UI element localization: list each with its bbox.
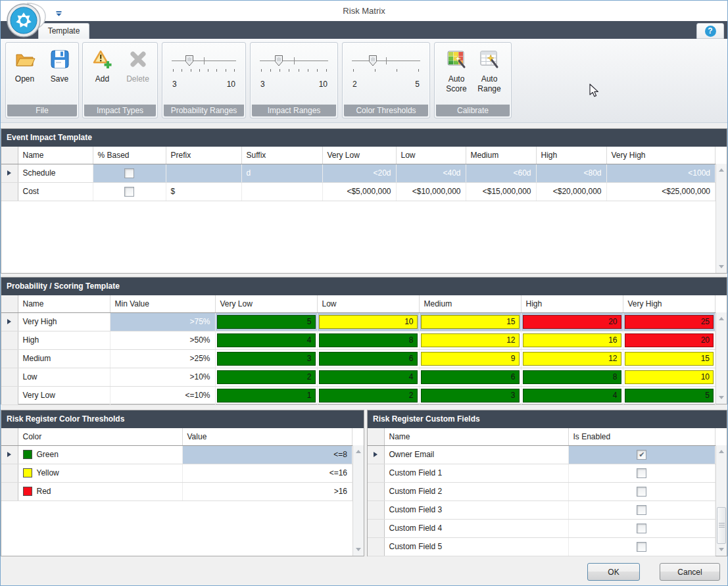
cell-score[interactable]: 2 — [215, 368, 317, 386]
column-header-very-high[interactable]: Very High — [623, 295, 716, 312]
cell-score[interactable]: 12 — [521, 349, 623, 368]
help-button[interactable]: ? — [696, 23, 724, 39]
column-header-color[interactable]: Color — [18, 428, 182, 445]
cell-name[interactable]: Custom Field 2 — [384, 482, 568, 501]
column-header-very-high[interactable]: Very High — [606, 147, 716, 164]
cell-score[interactable]: 6 — [317, 349, 419, 368]
column-header-value[interactable]: Value — [182, 428, 352, 445]
impact-ranges-slider[interactable] — [260, 53, 328, 77]
quick-access-toolbar-dropdown[interactable] — [56, 10, 62, 19]
column-header-percent-based[interactable]: % Based — [93, 147, 166, 164]
table-row-cost[interactable]: Cost $ <$5,000,000 <$10,000,000 <$15,000… — [1, 182, 716, 201]
cell-score[interactable]: 20 — [623, 331, 716, 349]
is-enabled-checkbox[interactable] — [637, 524, 646, 533]
column-header-high[interactable]: High — [536, 147, 606, 164]
column-header-medium[interactable]: Medium — [419, 295, 521, 312]
cell-min-value[interactable]: >75% — [110, 312, 215, 331]
cell-name[interactable]: Schedule — [18, 164, 93, 182]
auto-range-button[interactable]: Auto Range — [474, 47, 504, 102]
cell-score[interactable]: 6 — [419, 368, 521, 386]
cell-score[interactable]: 16 — [521, 331, 623, 349]
column-header-name[interactable]: Name — [18, 295, 110, 312]
event-impact-scrollbar[interactable] — [716, 164, 727, 273]
open-button[interactable]: Open — [9, 47, 41, 102]
delete-button[interactable]: Delete — [122, 47, 155, 102]
cell-high[interactable]: <80d — [536, 164, 606, 182]
scroll-up-button[interactable] — [716, 164, 727, 176]
cell-name[interactable]: Low — [18, 368, 110, 386]
table-row-custom-field-1[interactable]: Custom Field 1 — [368, 464, 716, 482]
cell-min-value[interactable]: >25% — [110, 349, 215, 368]
cell-score[interactable]: 10 — [317, 312, 419, 331]
color-thresholds-scrollbar[interactable] — [352, 445, 364, 556]
cell-score[interactable]: 25 — [623, 312, 716, 331]
table-row-custom-field-4[interactable]: Custom Field 4 — [368, 519, 716, 537]
column-header-prefix[interactable]: Prefix — [166, 147, 241, 164]
cell-name[interactable]: High — [18, 331, 110, 349]
row-selector[interactable] — [1, 349, 18, 368]
cell-color[interactable]: Red — [18, 482, 182, 501]
cell-score[interactable]: 15 — [419, 312, 521, 331]
cell-score[interactable]: 5 — [215, 312, 317, 331]
table-row-schedule[interactable]: Schedule d <20d <40d <60d <80d <100d — [1, 164, 716, 182]
scroll-up-button[interactable] — [716, 313, 727, 324]
cell-suffix[interactable]: d — [241, 164, 322, 182]
application-menu-button[interactable] — [6, 2, 52, 40]
cell-score[interactable]: 4 — [521, 386, 623, 404]
column-header-very-low[interactable]: Very Low — [322, 147, 396, 164]
table-row-owner-email[interactable]: Owner Email — [368, 445, 716, 464]
cell-medium[interactable]: <60d — [466, 164, 536, 182]
cell-name[interactable]: Very Low — [18, 386, 110, 404]
row-selector[interactable] — [368, 519, 384, 537]
column-header-min-value[interactable]: Min Value — [110, 295, 215, 312]
cell-low[interactable]: <40d — [396, 164, 466, 182]
is-enabled-checkbox[interactable] — [637, 468, 646, 478]
cell-score[interactable]: 4 — [215, 331, 317, 349]
table-row-very-low[interactable]: Very Low <=10% 1 2 3 4 5 — [1, 386, 716, 404]
cell-name[interactable]: Custom Field 1 — [384, 464, 568, 482]
cell-is-enabled[interactable] — [568, 501, 716, 519]
cell-score[interactable]: 3 — [419, 386, 521, 404]
percent-based-checkbox[interactable] — [124, 168, 134, 178]
custom-fields-scrollbar[interactable] — [716, 445, 727, 556]
cell-name[interactable]: Medium — [18, 349, 110, 368]
row-selector[interactable] — [368, 464, 384, 482]
row-selector[interactable] — [368, 482, 384, 501]
column-header-very-low[interactable]: Very Low — [215, 295, 317, 312]
row-selector[interactable] — [1, 464, 18, 482]
cell-min-value[interactable]: >50% — [110, 331, 215, 349]
cell-score[interactable]: 9 — [419, 349, 521, 368]
cell-percent-based[interactable] — [93, 182, 166, 201]
column-header-low[interactable]: Low — [396, 147, 466, 164]
color-thresholds-slider[interactable] — [352, 53, 420, 77]
scroll-down-button[interactable] — [716, 544, 727, 555]
column-header-name[interactable]: Name — [384, 428, 568, 445]
cell-very-high[interactable]: <100d — [606, 164, 716, 182]
auto-score-button[interactable]: Auto Score — [441, 47, 472, 102]
percent-based-checkbox[interactable] — [124, 187, 134, 197]
cell-score[interactable]: 5 — [623, 386, 716, 404]
scroll-down-button[interactable] — [716, 392, 727, 403]
cell-value[interactable]: <=16 — [182, 464, 352, 482]
table-row-low[interactable]: Low >10% 2 4 6 8 10 — [1, 368, 716, 386]
scroll-up-button[interactable] — [716, 446, 727, 457]
row-selector[interactable] — [1, 331, 18, 349]
table-row-custom-field-5[interactable]: Custom Field 5 — [368, 537, 716, 556]
cell-min-value[interactable]: >10% — [110, 368, 215, 386]
table-row-red[interactable]: Red >16 — [1, 482, 352, 501]
row-selector[interactable] — [368, 501, 384, 519]
row-selector[interactable] — [1, 445, 18, 464]
cell-is-enabled[interactable] — [568, 537, 716, 556]
cell-low[interactable]: <$10,000,000 — [396, 182, 466, 201]
scroll-down-button[interactable] — [353, 544, 364, 555]
cell-name[interactable]: Very High — [18, 312, 110, 331]
scrollbar-thumb[interactable] — [717, 507, 726, 544]
cell-name[interactable]: Custom Field 5 — [384, 537, 568, 556]
table-row-yellow[interactable]: Yellow <=16 — [1, 464, 352, 482]
cell-medium[interactable]: <$15,000,000 — [466, 182, 536, 201]
ok-button[interactable]: OK — [587, 563, 640, 581]
cell-is-enabled[interactable] — [568, 482, 716, 501]
cell-very-high[interactable]: <$25,000,000 — [606, 182, 716, 201]
cell-is-enabled[interactable] — [568, 445, 716, 464]
cell-score[interactable]: 2 — [317, 386, 419, 404]
